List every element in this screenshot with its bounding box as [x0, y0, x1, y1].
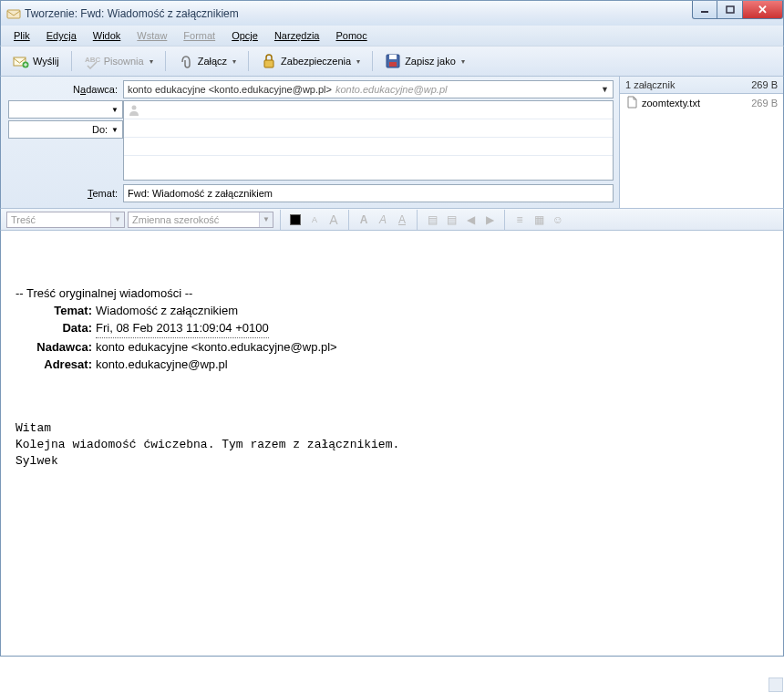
svg-point-10	[132, 105, 137, 109]
spelling-button: ABC Pisownia	[77, 49, 160, 73]
maximize-button[interactable]	[717, 1, 743, 19]
security-button[interactable]: Zabezpieczenia	[254, 49, 366, 73]
contact-icon	[128, 104, 140, 117]
from-value: konto edukacyjne <konto.edukacyjne@wp.pl…	[128, 84, 332, 95]
send-icon	[13, 53, 29, 69]
subject-value: Fwd: Wiadomość z załącznikiem	[128, 188, 273, 199]
separator	[504, 210, 505, 230]
align-button: ≡	[511, 212, 528, 228]
chevron-down-icon: ▼	[259, 212, 273, 227]
original-message-intro: -- Treść oryginalnej wiadomości --	[15, 285, 769, 302]
separator	[417, 210, 418, 230]
menu-format: Format	[176, 28, 222, 43]
chevron-down-icon[interactable]: ▼	[601, 85, 609, 94]
font-smaller-button: A	[306, 212, 323, 228]
attachments-panel: 1 załącznik 269 B zoomtexty.txt 269 B	[619, 77, 783, 208]
attachments-total-size: 269 B	[751, 79, 778, 90]
from-label: Nadawca:	[5, 84, 123, 95]
menu-tools[interactable]: Narzędzia	[267, 28, 327, 43]
separator	[71, 51, 72, 71]
menu-edit[interactable]: Edycja	[39, 28, 84, 43]
svg-rect-6	[264, 60, 273, 67]
app-icon	[6, 6, 21, 21]
menu-insert: Wstaw	[129, 28, 174, 43]
attachment-item[interactable]: zoomtexty.txt 269 B	[620, 94, 783, 112]
orig-subject-value: Wiadomość z załącznikiem	[96, 303, 238, 319]
separator	[165, 51, 166, 71]
svg-rect-1	[701, 11, 708, 13]
recipient-type-select[interactable]: ▼	[8, 100, 123, 119]
toolbar: Wyślij ABC Pisownia Załącz Zabezpieczeni…	[0, 46, 784, 77]
menu-help[interactable]: Pomoc	[328, 28, 374, 43]
body-text: Witam Kolejna wiadomość ćwiczebna. Tym r…	[15, 420, 769, 471]
orig-to-label: Adresat:	[15, 357, 92, 373]
security-label: Zabezpieczenia	[281, 56, 351, 67]
separator	[348, 210, 349, 230]
paragraph-style-select: Treść▼	[6, 212, 125, 228]
svg-rect-8	[389, 55, 397, 59]
attach-label: Załącz	[198, 56, 227, 67]
separator	[372, 51, 373, 71]
attachments-count: 1 załącznik	[625, 79, 675, 90]
menubar: Plik Edycja Widok Wstaw Format Opcje Nar…	[0, 26, 784, 46]
send-label: Wyślij	[33, 56, 59, 67]
header-area: Nadawca: konto edukacyjne <konto.edukacy…	[0, 77, 784, 209]
svg-rect-9	[389, 62, 397, 67]
attachment-name: zoomtexty.txt	[642, 98, 700, 109]
to-label: Do:	[92, 124, 108, 135]
paperclip-icon	[178, 53, 194, 69]
menu-view[interactable]: Widok	[86, 28, 129, 43]
insert-button: ▦	[531, 212, 547, 228]
file-icon	[625, 96, 638, 110]
from-hint: konto.edukacyjne@wp.pl	[335, 84, 447, 95]
bullet-list-button: ▤	[424, 212, 440, 228]
minimize-button[interactable]	[692, 1, 717, 19]
chevron-down-icon: ▼	[111, 106, 119, 114]
indent-button: ▶	[481, 212, 498, 228]
emoji-button: ☺	[550, 212, 566, 228]
separator	[280, 210, 281, 230]
resize-grip[interactable]	[769, 677, 783, 692]
underline-button: A	[394, 212, 410, 228]
attach-button[interactable]: Załącz	[171, 49, 242, 73]
svg-text:ABC: ABC	[85, 56, 100, 64]
titlebar: Tworzenie: Fwd: Wiadomość z załącznikiem…	[0, 0, 784, 26]
outdent-button: ◀	[462, 212, 479, 228]
separator	[248, 51, 249, 71]
italic-button: A	[375, 212, 391, 228]
svg-rect-0	[7, 10, 20, 18]
menu-file[interactable]: Plik	[6, 28, 37, 43]
orig-subject-label: Temat:	[15, 303, 92, 319]
chevron-down-icon: ▼	[111, 126, 119, 134]
subject-field[interactable]: Fwd: Wiadomość z załącznikiem	[123, 184, 614, 202]
saveas-label: Zapisz jako	[405, 56, 456, 67]
save-icon	[385, 53, 401, 69]
window-title: Tworzenie: Fwd: Wiadomość z załącznikiem	[25, 7, 239, 20]
font-larger-button: A	[325, 212, 342, 228]
orig-to-value: konto.edukacyjne@wp.pl	[96, 357, 228, 373]
send-button[interactable]: Wyślij	[6, 49, 66, 73]
orig-date-value: Fri, 08 Feb 2013 11:09:04 +0100	[96, 320, 269, 337]
text-color-button[interactable]	[287, 212, 304, 228]
orig-date-label: Data:	[15, 320, 92, 337]
attachment-size: 269 B	[751, 98, 778, 109]
to-label-cell[interactable]: Do: ▼	[8, 120, 123, 139]
close-button[interactable]: ✕	[743, 1, 783, 19]
subject-label: Temat:	[5, 188, 123, 199]
bold-button: A	[356, 212, 372, 228]
chevron-down-icon: ▼	[110, 212, 124, 227]
orig-from-label: Nadawca:	[15, 339, 92, 356]
spelling-label: Pisownia	[104, 56, 144, 67]
svg-rect-2	[727, 6, 734, 13]
from-field[interactable]: konto edukacyjne <konto.edukacyjne@wp.pl…	[123, 80, 614, 98]
recipients-field[interactable]	[123, 100, 614, 181]
number-list-button: ▤	[443, 212, 459, 228]
saveas-button[interactable]: Zapisz jako	[378, 49, 471, 73]
menu-options[interactable]: Opcje	[224, 28, 265, 43]
format-toolbar: Treść▼ Zmienna szerokość▼ A A A A A ▤ ▤ …	[0, 209, 784, 231]
font-select: Zmienna szerokość▼	[128, 212, 273, 228]
lock-icon	[261, 53, 277, 69]
message-body[interactable]: -- Treść oryginalnej wiadomości -- Temat…	[0, 231, 784, 657]
orig-from-value: konto edukacyjne <konto.edukacyjne@wp.pl…	[96, 339, 337, 356]
spelling-icon: ABC	[84, 53, 100, 69]
